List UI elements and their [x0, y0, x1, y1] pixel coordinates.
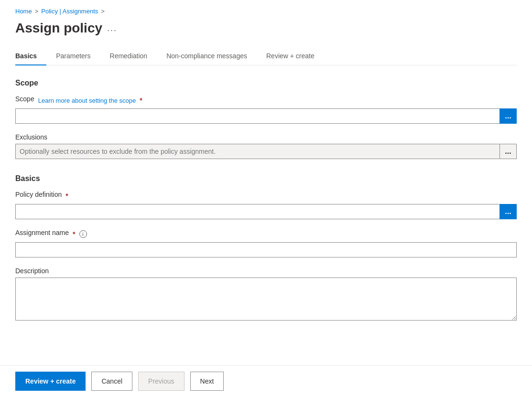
scope-label: Scope: [15, 95, 34, 103]
page-title: Assign policy: [15, 21, 102, 36]
review-create-button[interactable]: Review + create: [15, 372, 86, 391]
bottom-bar: Review + create Cancel Previous Next: [0, 365, 532, 396]
tab-review-create[interactable]: Review + create: [257, 47, 324, 65]
breadcrumb-separator-2: >: [101, 8, 105, 15]
scope-required-star: *: [140, 96, 142, 104]
assignment-name-info-icon[interactable]: i: [79, 230, 87, 238]
exclusions-form-group: Exclusions ...: [15, 133, 517, 159]
assignment-name-label: Assignment name: [15, 229, 69, 236]
basics-section-header: Basics: [15, 174, 517, 183]
cancel-button[interactable]: Cancel: [91, 372, 132, 391]
breadcrumb-separator-1: >: [35, 8, 39, 15]
tab-bar: Basics Parameters Remediation Non-compli…: [15, 47, 517, 65]
policy-definition-label-row: Policy definition *: [15, 191, 517, 201]
tab-non-compliance[interactable]: Non-compliance messages: [157, 47, 257, 65]
exclusions-input-group: ...: [15, 144, 517, 159]
assignment-name-form-group: Assignment name * i: [15, 229, 517, 257]
policy-definition-required-star: *: [65, 192, 68, 200]
policy-definition-input-group: ...: [15, 204, 517, 219]
tab-parameters[interactable]: Parameters: [46, 47, 100, 65]
policy-definition-browse-button[interactable]: ...: [499, 204, 517, 219]
scope-browse-button[interactable]: ...: [499, 108, 517, 124]
scope-input[interactable]: [15, 108, 499, 124]
policy-definition-browse-dots: ...: [505, 207, 511, 216]
description-textarea[interactable]: [15, 278, 517, 321]
page-title-row: Assign policy ...: [15, 21, 517, 36]
scope-section-header: Scope: [15, 79, 517, 87]
scope-input-group: ...: [15, 108, 517, 124]
scope-label-row: Scope Learn more about setting the scope…: [15, 95, 517, 106]
assignment-name-input[interactable]: [15, 242, 517, 257]
exclusions-browse-dots: ...: [505, 147, 511, 156]
exclusions-browse-button[interactable]: ...: [499, 144, 517, 159]
scope-section: Scope Scope Learn more about setting the…: [15, 79, 517, 159]
policy-definition-input[interactable]: [15, 204, 499, 219]
tab-basics[interactable]: Basics: [15, 47, 46, 65]
next-button[interactable]: Next: [190, 372, 224, 391]
scope-form-group: Scope Learn more about setting the scope…: [15, 95, 517, 124]
policy-definition-form-group: Policy definition * ...: [15, 191, 517, 219]
tab-remediation[interactable]: Remediation: [100, 47, 157, 65]
description-label: Description: [15, 267, 517, 275]
assignment-name-required-star: *: [73, 230, 75, 238]
scope-browse-dots: ...: [505, 112, 511, 120]
breadcrumb-home-link[interactable]: Home: [15, 8, 32, 15]
assignment-name-label-row: Assignment name * i: [15, 229, 517, 239]
policy-definition-label: Policy definition: [15, 191, 62, 198]
page-title-menu-icon[interactable]: ...: [107, 23, 117, 33]
breadcrumb: Home > Policy | Assignments >: [15, 8, 517, 15]
basics-section: Basics Policy definition * ... Assignmen…: [15, 174, 517, 322]
scope-learn-more-link[interactable]: Learn more about setting the scope: [38, 97, 136, 104]
breadcrumb-policy-link[interactable]: Policy | Assignments: [41, 8, 98, 15]
description-form-group: Description: [15, 267, 517, 322]
exclusions-input[interactable]: [15, 144, 499, 159]
previous-button[interactable]: Previous: [138, 372, 184, 391]
exclusions-label: Exclusions: [15, 133, 517, 141]
